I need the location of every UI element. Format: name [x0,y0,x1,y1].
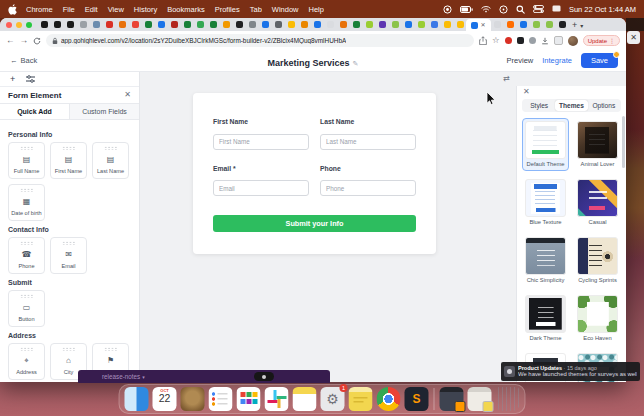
active-browser-tab[interactable]: ✕ [466,19,491,31]
menu-item[interactable]: Chrome [26,5,53,14]
product-update-toast[interactable]: Product Updates · 15 days ago We have la… [501,362,640,381]
browser-tab[interactable] [38,19,50,31]
field-card[interactable]: ⌖ Address [8,343,45,380]
browser-tab[interactable] [504,19,516,31]
slack-icon[interactable] [265,387,289,411]
stickies-icon[interactable] [349,387,373,411]
preview-button[interactable]: Preview [507,56,534,65]
browser-tab[interactable] [530,19,542,31]
form-field[interactable]: Phone [320,165,416,197]
menu-item[interactable]: View [108,5,124,14]
browser-tab[interactable] [363,19,375,31]
extension-icon[interactable] [505,37,512,44]
browser-tab[interactable] [181,19,193,31]
form-field[interactable]: Email * [213,165,309,197]
browser-tab[interactable] [350,19,362,31]
minimized-window-icon[interactable] [468,387,492,411]
control-center-icon[interactable] [533,5,544,13]
tab-overflow-chevron-icon[interactable]: ▾ [580,22,583,29]
menu-item[interactable]: Help [309,5,324,14]
extension-icon[interactable] [529,37,536,44]
browser-tab[interactable] [194,19,206,31]
browser-tab[interactable] [517,19,529,31]
theme-card[interactable]: Default Theme [522,118,569,171]
search-icon[interactable] [516,5,525,14]
browser-tab[interactable] [285,19,297,31]
theme-card[interactable]: Eco Haven [574,292,621,345]
save-button[interactable]: Save [581,53,618,68]
menu-item[interactable]: Edit [85,5,98,14]
edit-pencil-icon[interactable]: ✎ [353,60,359,67]
back-button[interactable]: ← Back [10,56,37,65]
menu-item[interactable]: File [63,5,75,14]
chrome-icon[interactable] [377,387,401,411]
status-circle-icon[interactable] [499,5,508,14]
app-grid-icon[interactable] [237,387,261,411]
field-card[interactable]: ▤ First Name [50,142,87,179]
close-window-button[interactable] [6,22,12,28]
browser-tab[interactable] [207,19,219,31]
form-input[interactable] [213,180,309,196]
bookmark-star-icon[interactable]: ☆ [492,36,500,45]
browser-tab[interactable] [556,19,568,31]
theme-card[interactable]: Dark Theme [522,292,569,345]
side-panel-icon[interactable] [554,36,563,45]
browser-tab[interactable] [415,19,427,31]
browser-tab[interactable] [259,19,271,31]
panel-tab[interactable]: Options [588,100,620,111]
download-icon[interactable] [541,37,549,45]
floating-close-button[interactable]: ✕ [627,31,640,44]
field-card[interactable]: ☎ Phone [8,237,45,274]
chrome-update-button[interactable]: Update ⋮ [583,35,620,46]
form-input[interactable] [213,134,309,150]
finder-icon[interactable] [125,387,149,411]
trash-icon[interactable] [496,387,520,411]
menu-item[interactable]: Window [272,5,299,14]
close-tab-icon[interactable]: ✕ [480,22,485,28]
battery-icon[interactable] [460,6,473,13]
new-tab-button[interactable]: + [572,20,577,30]
share-icon[interactable] [479,36,487,45]
reminders-icon[interactable] [209,387,233,411]
browser-tab[interactable] [324,19,336,31]
field-card[interactable]: ▦ Date of birth [8,184,45,221]
field-card[interactable]: ▤ Last Name [92,142,129,179]
panel-tab[interactable]: Themes [555,100,587,111]
field-card[interactable]: ▤ Full Name [8,142,45,179]
forward-nav-icon[interactable]: → [20,36,29,45]
browser-tab[interactable] [220,19,232,31]
browser-tab[interactable] [543,19,555,31]
apple-logo-icon[interactable] [8,4,17,15]
panel-scrollbar[interactable] [622,116,625,168]
close-panel-icon[interactable]: ✕ [523,88,530,96]
theme-card[interactable]: Chic Simplicity [522,234,569,287]
browser-tab[interactable] [337,19,349,31]
form-field[interactable]: Last Name [320,118,416,150]
menu-item[interactable]: Profiles [215,5,240,14]
settings-icon[interactable]: ⚙ 1 [321,387,345,411]
dock-separator[interactable] [434,388,435,410]
browser-tab[interactable] [103,19,115,31]
close-panel-icon[interactable]: ✕ [124,91,131,99]
menu-item[interactable]: Tab [250,5,262,14]
address-bar[interactable]: app.gohighlevel.com/v2/location/2sY2Duib… [46,34,474,47]
kebab-menu-icon[interactable]: ⋮ [609,37,615,44]
browser-tab[interactable] [441,19,453,31]
browser-tab[interactable] [90,19,102,31]
profile-avatar[interactable] [568,36,578,46]
panel-tab[interactable]: Quick Add [0,104,70,119]
reload-icon[interactable] [33,37,41,45]
browser-tab[interactable] [454,19,466,31]
browser-tab[interactable] [246,19,258,31]
theme-card[interactable]: Casual [574,176,621,229]
form-input[interactable] [320,134,416,150]
theme-card[interactable]: Blue Texture [522,176,569,229]
extension-icon[interactable] [517,37,524,44]
menu-item[interactable]: History [134,5,157,14]
field-card[interactable]: ✉ Email [50,237,87,274]
calendar-icon[interactable]: OCT 22 [153,387,177,411]
browser-tab[interactable] [298,19,310,31]
form-input[interactable] [320,180,416,196]
browser-tab[interactable] [428,19,440,31]
browser-tab[interactable] [116,19,128,31]
